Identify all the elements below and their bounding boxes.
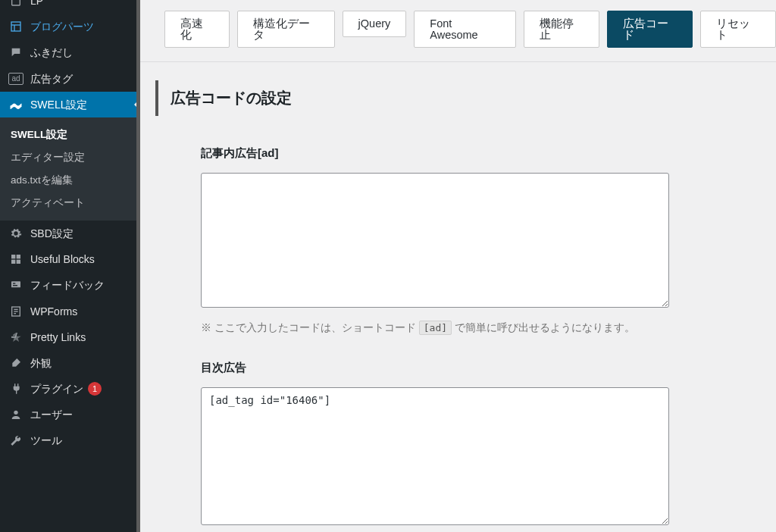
sidebar-item-label: フィードバック bbox=[30, 278, 105, 292]
field-toc-ad: 目次広告 bbox=[201, 361, 750, 528]
field-in-article-ad: 記事内広告[ad] ※ ここで入力したコードは、ショートコード [ad] で簡単… bbox=[201, 146, 750, 335]
page-icon bbox=[8, 0, 24, 7]
in-article-ad-textarea[interactable] bbox=[201, 173, 669, 308]
submenu-item-editor[interactable]: エディター設定 bbox=[0, 146, 136, 169]
sidebar-item-label: ブログパーツ bbox=[30, 20, 94, 33]
plug-icon bbox=[8, 383, 24, 395]
helper-after: で簡単に呼び出せるようになります。 bbox=[455, 321, 635, 333]
sidebar-item-ad-tag[interactable]: ad 広告タグ bbox=[0, 66, 136, 92]
sidebar-item-pretty-links[interactable]: Pretty Links bbox=[0, 324, 136, 350]
submenu-item-activate[interactable]: アクティベート bbox=[0, 192, 136, 214]
svg-rect-4 bbox=[11, 255, 15, 258]
main-content: 高速化 構造化データ jQuery Font Awesome 機能停止 広告コー… bbox=[140, 0, 776, 532]
ad-icon: ad bbox=[8, 73, 24, 85]
submenu-item-swell[interactable]: SWELL設定 bbox=[0, 124, 136, 146]
sidebar-item-users[interactable]: ユーザー bbox=[0, 402, 136, 427]
sidebar-item-label: ユーザー bbox=[30, 408, 73, 421]
sidebar-item-label: ふきだし bbox=[30, 45, 73, 59]
sidebar-submenu: SWELL設定 エディター設定 ads.txtを編集 アクティベート bbox=[0, 117, 136, 221]
tab-disable-features[interactable]: 機能停止 bbox=[524, 11, 599, 48]
grid-icon bbox=[8, 253, 24, 265]
helper-text: ※ ここで入力したコードは、ショートコード [ad] で簡単に呼び出せるようにな… bbox=[201, 321, 750, 335]
svg-rect-9 bbox=[13, 283, 15, 284]
brush-icon bbox=[8, 357, 24, 369]
sidebar-item-label: ツール bbox=[30, 433, 62, 447]
field-label: 記事内広告[ad] bbox=[201, 146, 750, 161]
sidebar-item-blog-parts[interactable]: ブログパーツ bbox=[0, 14, 136, 39]
section-title: 広告コードの設定 bbox=[155, 80, 750, 116]
sidebar-item-lp[interactable]: LP bbox=[0, 0, 136, 14]
sidebar-item-label: Pretty Links bbox=[30, 330, 86, 344]
sidebar-item-label: SBD設定 bbox=[30, 227, 74, 240]
settings-tabs: 高速化 構造化データ jQuery Font Awesome 機能停止 広告コー… bbox=[140, 0, 776, 62]
sidebar-item-feedback[interactable]: フィードバック bbox=[0, 272, 136, 298]
tab-speed[interactable]: 高速化 bbox=[164, 11, 230, 48]
sidebar-item-appearance[interactable]: 外観 bbox=[0, 350, 136, 376]
form-icon bbox=[8, 305, 24, 318]
svg-rect-5 bbox=[17, 255, 20, 258]
sidebar-item-label: LP bbox=[30, 0, 43, 8]
svg-rect-6 bbox=[11, 260, 15, 264]
admin-sidebar: LP ブログパーツ ふきだし ad 広告タグ SWELL設定 SWELL設定 エ… bbox=[0, 0, 140, 532]
tab-ad-code[interactable]: 広告コード bbox=[607, 11, 693, 48]
tab-structured-data[interactable]: 構造化データ bbox=[237, 11, 335, 48]
svg-rect-10 bbox=[13, 285, 17, 286]
gear-icon bbox=[8, 227, 24, 239]
sidebar-item-label: 広告タグ bbox=[30, 72, 73, 86]
sidebar-item-swell-settings[interactable]: SWELL設定 bbox=[0, 92, 136, 117]
speech-icon bbox=[8, 46, 24, 58]
sidebar-item-wpforms[interactable]: WPForms bbox=[0, 299, 136, 324]
field-label: 目次広告 bbox=[201, 361, 750, 375]
svg-point-15 bbox=[14, 411, 17, 415]
swell-icon bbox=[8, 98, 24, 111]
sidebar-item-label: プラグイン bbox=[30, 382, 83, 396]
layout-icon bbox=[8, 20, 24, 33]
sidebar-item-useful-blocks[interactable]: Useful Blocks bbox=[0, 246, 136, 272]
sidebar-item-tools[interactable]: ツール bbox=[0, 427, 136, 453]
submenu-item-adstxt[interactable]: ads.txtを編集 bbox=[0, 169, 136, 192]
tab-reset[interactable]: リセット bbox=[700, 11, 776, 48]
svg-rect-7 bbox=[17, 260, 20, 264]
helper-shortcode: [ad] bbox=[419, 321, 452, 335]
star-icon bbox=[8, 331, 24, 343]
sidebar-item-label: SWELL設定 bbox=[30, 98, 87, 111]
update-badge: 1 bbox=[88, 382, 102, 396]
svg-rect-8 bbox=[11, 282, 20, 288]
active-tab-highlight: 広告コード bbox=[607, 11, 693, 48]
wrench-icon bbox=[8, 435, 24, 447]
toc-ad-textarea[interactable] bbox=[201, 387, 669, 525]
sidebar-item-label: 外観 bbox=[30, 356, 52, 370]
sidebar-item-sbd[interactable]: SBD設定 bbox=[0, 221, 136, 246]
svg-rect-1 bbox=[11, 22, 20, 31]
sidebar-item-fukidashi[interactable]: ふきだし bbox=[0, 39, 136, 65]
settings-panel: 広告コードの設定 記事内広告[ad] ※ ここで入力したコードは、ショートコード… bbox=[140, 62, 776, 528]
helper-before: ※ ここで入力したコードは、ショートコード bbox=[201, 321, 416, 333]
sidebar-item-label: WPForms bbox=[30, 305, 77, 318]
sidebar-item-plugins[interactable]: プラグイン 1 bbox=[0, 376, 136, 402]
svg-rect-0 bbox=[12, 0, 20, 5]
feedback-icon bbox=[8, 279, 24, 291]
tab-jquery[interactable]: jQuery bbox=[343, 11, 407, 37]
tab-font-awesome[interactable]: Font Awesome bbox=[414, 11, 516, 48]
user-icon bbox=[8, 408, 24, 421]
sidebar-item-label: Useful Blocks bbox=[30, 252, 95, 266]
